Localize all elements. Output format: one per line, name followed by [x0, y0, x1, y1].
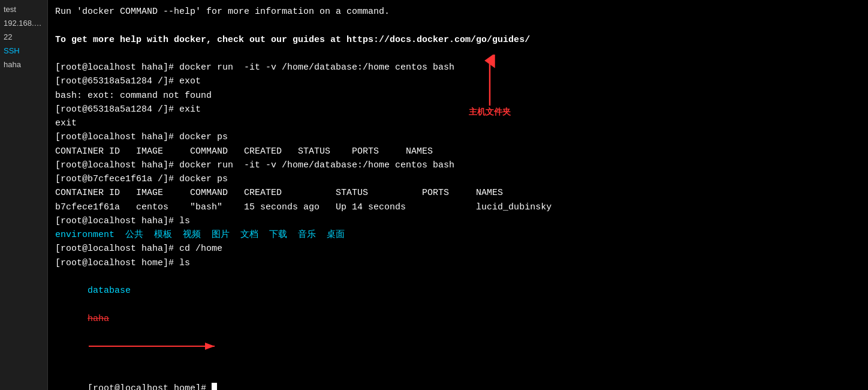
terminal-body: [root@localhost haha]# docker run -it -v… [55, 61, 861, 228]
terminal-content: Run 'docker COMMAND --help' for more inf… [55, 5, 861, 390]
red-arrow-line-icon [89, 343, 221, 350]
terminal-line-7: bash: exot: command not found [55, 89, 861, 103]
sidebar-item-ssh[interactable]: SSH [0, 44, 47, 58]
terminal-line-6: [root@65318a5a1284 /]# exot [55, 74, 861, 88]
space-sep [88, 299, 98, 310]
terminal-line-12: [root@localhost haha]# docker run -it -v… [55, 158, 861, 172]
terminal-line-9: exit [55, 116, 861, 130]
terminal-line-1: Run 'docker COMMAND --help' for more inf… [55, 5, 861, 19]
terminal-line-14: CONTAINER ID IMAGE COMMAND CREATED STATU… [55, 186, 861, 200]
terminal-line-18: [root@localhost haha]# cd /home [55, 242, 861, 256]
terminal-line-4 [55, 47, 861, 61]
terminal-line-19: [root@localhost home]# ls [55, 256, 861, 270]
prompt-text: [root@localhost home]# [88, 383, 212, 390]
sidebar-item-ip[interactable]: 192.168.8... [0, 16, 47, 30]
terminal-line-11: CONTAINER ID IMAGE COMMAND CREATED STATU… [55, 145, 861, 158]
sidebar-item-test[interactable]: test [0, 2, 47, 16]
terminal-cursor [212, 383, 217, 390]
sidebar-item-haha[interactable]: haha [0, 58, 47, 71]
sidebar: test 192.168.8... 22 SSH haha [0, 0, 48, 390]
terminal-line-16: [root@localhost haha]# ls [55, 214, 861, 228]
terminal-line-17: environment 公共 模板 视频 图片 文档 下载 音乐 桌面 [55, 228, 861, 242]
sidebar-item-port[interactable]: 22 [0, 30, 47, 44]
terminal-line-8: [root@65318a5a1284 /]# exit [55, 103, 861, 116]
haha-label: haha [88, 314, 109, 324]
database-label: database [88, 286, 131, 296]
terminal-line-21: [root@localhost home]# [55, 368, 861, 391]
terminal: Run 'docker COMMAND --help' for more inf… [48, 0, 868, 390]
terminal-line-2 [55, 19, 861, 32]
terminal-line-13: [root@b7cfece1f61a /]# docker ps [55, 172, 861, 186]
terminal-line-5: [root@localhost haha]# docker run -it -v… [55, 61, 861, 74]
terminal-line-3: To get more help with docker, check out … [55, 33, 861, 47]
terminal-line-15: b7cfece1f61a centos "bash" 15 seconds ag… [55, 200, 861, 214]
terminal-line-10: [root@localhost haha]# docker ps [55, 130, 861, 144]
terminal-line-20: database haha [55, 270, 861, 368]
